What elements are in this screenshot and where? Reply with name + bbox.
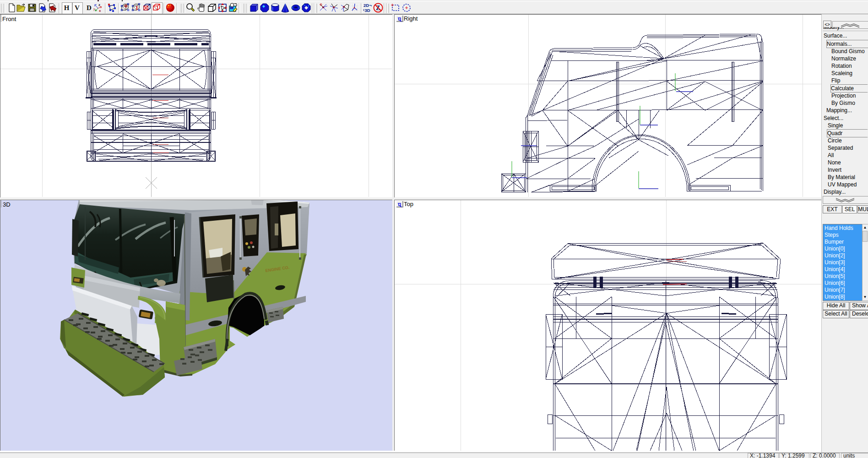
svg-text:x: x xyxy=(99,9,101,13)
svg-text:z: z xyxy=(98,3,100,7)
svg-text:2D¬: 2D¬ xyxy=(363,3,372,8)
svg-text:y: y xyxy=(93,7,95,11)
svg-text:ˁ3D: ˁ3D xyxy=(363,8,370,13)
